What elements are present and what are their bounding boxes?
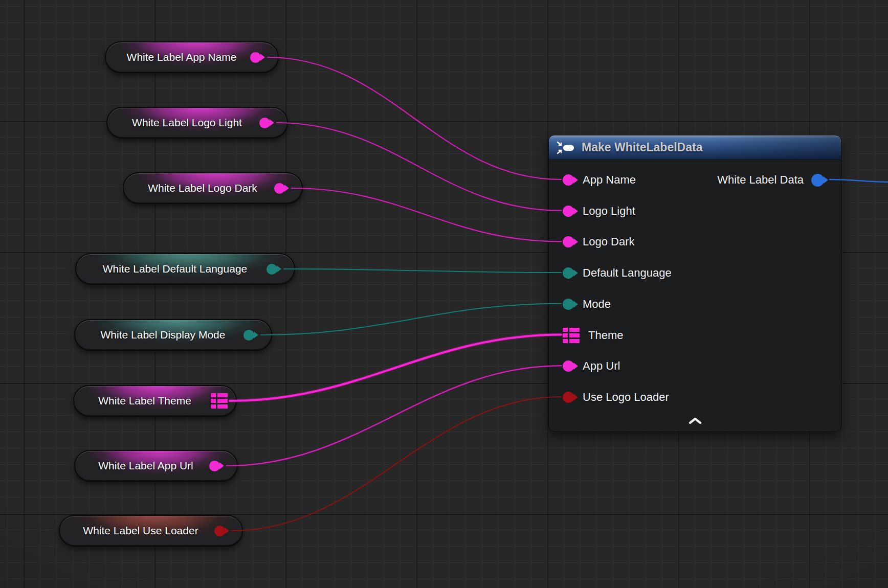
wire-white-label-logo-light[interactable] — [277, 123, 561, 211]
string-output-pin[interactable] — [274, 183, 285, 194]
make-node-title: Make WhiteLabelData — [582, 141, 702, 154]
input-pin-label: Theme — [588, 329, 623, 342]
variable-node-white-label-app-name[interactable]: White Label App Name — [105, 41, 279, 73]
input-row-mode: Mode — [563, 297, 611, 312]
input-pin-label: Logo Light — [583, 205, 635, 218]
white-label-data-output-pin[interactable] — [811, 174, 824, 187]
variable-node-label: White Label Logo Dark — [148, 182, 257, 194]
input-pin-label: App Name — [583, 173, 636, 187]
variable-node-white-label-logo-light[interactable]: White Label Logo Light — [106, 107, 288, 139]
input-pin-label: App Url — [583, 359, 620, 373]
wire-white-label-default-language[interactable] — [284, 269, 561, 273]
input-row-theme: Theme — [563, 328, 623, 343]
enum-input-pin[interactable] — [563, 267, 574, 279]
variable-node-white-label-display-mode[interactable]: White Label Display Mode — [74, 319, 272, 351]
wire-white-label-theme[interactable] — [230, 335, 561, 401]
variable-node-white-label-default-language[interactable]: White Label Default Language — [75, 253, 295, 285]
string-output-pin[interactable] — [209, 461, 220, 471]
collapse-node-button[interactable] — [686, 416, 704, 425]
variable-node-label: White Label App Url — [98, 460, 193, 472]
string-output-pin[interactable] — [259, 118, 270, 128]
make-node-header[interactable]: Make WhiteLabelData — [549, 135, 841, 160]
variable-node-label: White Label Display Mode — [101, 329, 226, 341]
string-input-pin[interactable] — [563, 174, 574, 186]
string-input-pin[interactable] — [563, 236, 574, 247]
blueprint-graph-canvas[interactable]: Make WhiteLabelData App NameLogo LightLo… — [0, 0, 888, 588]
string-output-pin[interactable] — [250, 52, 261, 63]
input-pin-label: Use Logo Loader — [583, 391, 669, 404]
enum-output-pin[interactable] — [267, 264, 277, 275]
variable-node-label: White Label Default Language — [103, 263, 248, 275]
enum-output-pin[interactable] — [243, 330, 254, 341]
bool-output-pin[interactable] — [214, 526, 225, 536]
struct-grid-pin-icon[interactable] — [211, 393, 228, 409]
input-pin-label: Default Language — [583, 266, 672, 280]
string-input-pin[interactable] — [563, 360, 574, 372]
variable-node-label: White Label Theme — [98, 395, 191, 407]
struct-grid-pin-icon[interactable] — [563, 328, 580, 343]
make-whitelabeldata-node[interactable]: Make WhiteLabelData App NameLogo LightLo… — [548, 135, 841, 432]
string-input-pin[interactable] — [563, 206, 574, 217]
chevron-up-icon — [689, 417, 702, 424]
variable-node-label: White Label Use Loader — [83, 525, 198, 537]
wire-white-label-logo-dark[interactable] — [292, 188, 561, 241]
variable-node-white-label-use-loader[interactable]: White Label Use Loader — [59, 515, 243, 547]
input-row-app-name: App Name — [563, 172, 636, 188]
variable-node-white-label-app-url[interactable]: White Label App Url — [74, 450, 238, 482]
input-row-logo-light: Logo Light — [563, 203, 635, 219]
wire-white-label-display-mode[interactable] — [261, 304, 561, 335]
wire-white-label-app-url[interactable] — [227, 366, 561, 466]
variable-node-label: White Label App Name — [127, 51, 237, 63]
variable-node-white-label-theme[interactable]: White Label Theme — [73, 385, 237, 417]
wire-white-label-app-name[interactable] — [268, 57, 561, 179]
enum-input-pin[interactable] — [563, 299, 574, 310]
variable-node-white-label-logo-dark[interactable]: White Label Logo Dark — [123, 172, 303, 204]
make-struct-icon — [556, 141, 575, 155]
output-pin-label: White Label Data — [717, 173, 804, 187]
wire-white-label-theme-glow — [230, 335, 561, 401]
input-row-default-language: Default Language — [563, 265, 672, 281]
input-row-use-logo-loader: Use Logo Loader — [563, 390, 669, 405]
input-row-logo-dark: Logo Dark — [563, 234, 635, 250]
input-row-app-url: App Url — [563, 358, 620, 374]
input-pin-label: Mode — [583, 298, 611, 311]
variable-node-label: White Label Logo Light — [132, 117, 242, 129]
input-pin-label: Logo Dark — [583, 235, 635, 248]
bool-input-pin[interactable] — [563, 392, 574, 403]
wire-white-label-use-loader[interactable] — [232, 397, 561, 531]
output-row: White Label Data — [717, 172, 824, 188]
